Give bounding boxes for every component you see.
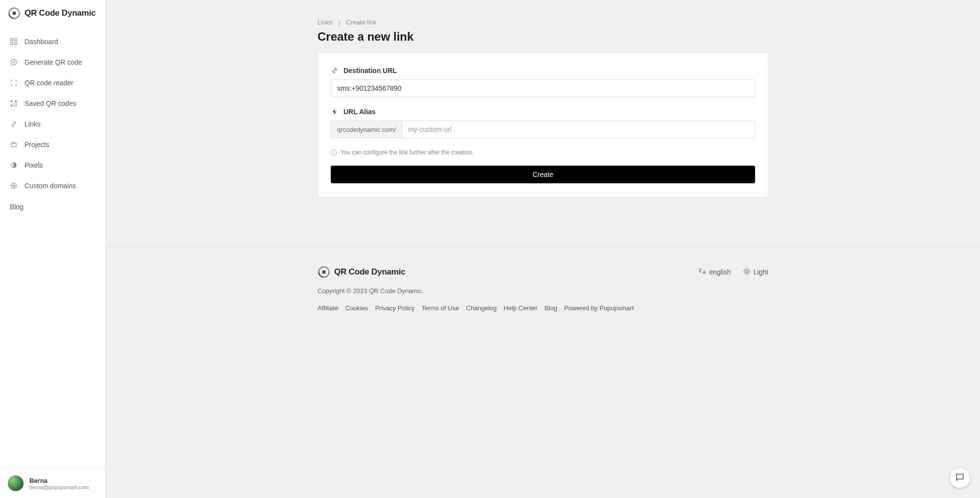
- chevron-right-icon: ❯: [337, 20, 341, 25]
- label-text: URL Alias: [343, 108, 375, 116]
- svg-rect-8: [11, 105, 13, 107]
- url-alias-input[interactable]: [402, 121, 755, 138]
- nav-label: Blog: [10, 203, 24, 211]
- hint-text: You can configure the link further after…: [341, 149, 474, 156]
- nav-generate-qr[interactable]: Generate QR code: [0, 52, 105, 73]
- breadcrumb-links[interactable]: Links: [318, 19, 332, 26]
- hint: i You can configure the link further aft…: [331, 149, 755, 156]
- plus-circle-icon: [10, 58, 18, 66]
- create-link-card: Destination URL URL Alias qrcodedynamic.…: [318, 52, 768, 198]
- svg-point-17: [745, 270, 748, 273]
- language-label: english: [709, 268, 731, 276]
- nav-dashboard[interactable]: Dashboard: [0, 31, 105, 52]
- page-footer: QR Code Dynamic english: [106, 247, 980, 326]
- nav-blog[interactable]: Blog: [0, 196, 105, 217]
- info-icon: i: [331, 149, 337, 155]
- logo-icon: [318, 266, 330, 278]
- destination-url-label: Destination URL: [331, 67, 755, 75]
- nav-label: Projects: [24, 141, 49, 149]
- field-alias: URL Alias qrcodedynamic.com/: [331, 108, 755, 138]
- footer-links: Affiliate Cookies Privacy Policy Terms o…: [318, 304, 768, 312]
- link-icon: [10, 120, 18, 128]
- user-email: berna@popupsmart.com: [29, 484, 89, 490]
- user-name: Berna: [29, 477, 89, 484]
- nav-label: Saved QR codes: [24, 100, 76, 107]
- svg-rect-9: [14, 103, 15, 104]
- svg-rect-12: [16, 105, 17, 107]
- footer-link-affiliate[interactable]: Affiliate: [318, 304, 338, 312]
- footer-link-cookies[interactable]: Cookies: [345, 304, 368, 312]
- nav-list: Dashboard Generate QR code QR code reade…: [0, 27, 105, 468]
- adjust-icon: [10, 161, 18, 169]
- briefcase-icon: [10, 141, 18, 149]
- svg-rect-0: [13, 12, 16, 15]
- nav-pixels[interactable]: Pixels: [0, 155, 105, 175]
- nav-projects[interactable]: Projects: [0, 134, 105, 155]
- link-icon: [331, 67, 339, 75]
- svg-rect-4: [15, 43, 17, 45]
- logo-icon: [8, 7, 21, 20]
- theme-toggle[interactable]: Light: [743, 268, 768, 277]
- footer-link-changelog[interactable]: Changelog: [466, 304, 497, 312]
- brand-logo[interactable]: QR Code Dynamic: [0, 0, 105, 27]
- nav-label: Custom domains: [24, 182, 76, 190]
- footer-link-help[interactable]: Help Center: [504, 304, 538, 312]
- nav-saved-qr[interactable]: Saved QR codes: [0, 93, 105, 114]
- user-block[interactable]: Berna berna@popupsmart.com: [0, 468, 105, 498]
- svg-rect-2: [15, 39, 17, 41]
- theme-label: Light: [754, 268, 768, 276]
- language-toggle[interactable]: english: [698, 268, 731, 276]
- nav-label: Generate QR code: [24, 58, 82, 66]
- alias-input-group: qrcodedynamic.com/: [331, 121, 755, 138]
- nav-links[interactable]: Links: [0, 114, 105, 134]
- chat-widget[interactable]: [950, 468, 970, 488]
- url-alias-label: URL Alias: [331, 108, 755, 116]
- sun-icon: [743, 268, 751, 277]
- nav-label: QR code reader: [24, 79, 74, 87]
- copyright-text: Copyright © 2023 QR Code Dynamic.: [318, 287, 768, 295]
- nav-label: Pixels: [24, 161, 43, 169]
- breadcrumb-current: Create link: [346, 19, 376, 26]
- globe-icon: [10, 182, 18, 190]
- brand-name: QR Code Dynamic: [24, 8, 96, 18]
- svg-rect-13: [11, 143, 17, 147]
- scan-icon: [10, 79, 18, 87]
- footer-link-blog[interactable]: Blog: [544, 304, 557, 312]
- bolt-icon: [331, 108, 339, 116]
- svg-rect-10: [16, 103, 17, 104]
- qr-icon: [10, 100, 18, 107]
- nav-qr-reader[interactable]: QR code reader: [0, 73, 105, 93]
- footer-link-privacy[interactable]: Privacy Policy: [375, 304, 415, 312]
- footer-link-terms[interactable]: Terms of Use: [421, 304, 459, 312]
- breadcrumb: Links ❯ Create link: [318, 19, 768, 26]
- svg-rect-6: [11, 100, 13, 102]
- sidebar: QR Code Dynamic Dashboard Generate QR co…: [0, 0, 106, 498]
- destination-url-input[interactable]: [331, 79, 755, 97]
- footer-link-powered[interactable]: Powered by Popupsmart: [564, 304, 634, 312]
- svg-rect-16: [322, 271, 326, 274]
- main: Links ❯ Create link Create a new link De…: [106, 0, 980, 498]
- field-destination: Destination URL: [331, 67, 755, 97]
- create-button[interactable]: Create: [331, 166, 755, 183]
- svg-rect-7: [15, 100, 17, 102]
- svg-rect-3: [11, 43, 13, 45]
- label-text: Destination URL: [343, 67, 397, 75]
- nav-label: Links: [24, 120, 41, 128]
- avatar: [8, 475, 24, 491]
- nav-label: Dashboard: [24, 38, 58, 46]
- svg-rect-11: [14, 105, 15, 107]
- nav-custom-domains[interactable]: Custom domains: [0, 175, 105, 196]
- grid-icon: [10, 38, 18, 46]
- brand-name: QR Code Dynamic: [334, 267, 405, 277]
- chat-icon: [955, 473, 965, 484]
- page-title: Create a new link: [318, 30, 768, 44]
- svg-rect-1: [11, 39, 13, 41]
- alias-prefix: qrcodedynamic.com/: [331, 121, 402, 138]
- footer-logo[interactable]: QR Code Dynamic: [318, 266, 405, 278]
- language-icon: [698, 268, 706, 276]
